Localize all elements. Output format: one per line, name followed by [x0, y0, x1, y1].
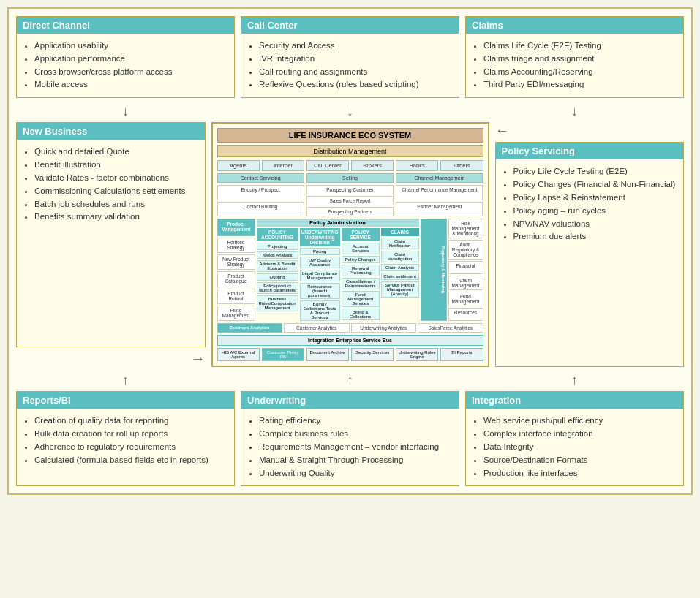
channel-mgmt: Channel Management: [396, 173, 483, 183]
diagram-main-title: LIFE INSURANCE ECO SYSTEM: [217, 128, 483, 143]
call-center-title: Call Center: [241, 17, 459, 34]
bottom-row: Reports/BI Creation of quality data for …: [16, 391, 684, 486]
pa-col-header-4: CLAIMS: [381, 228, 419, 236]
list-item: Cross browser/cross platform access: [34, 66, 227, 79]
list-item: Production like interfaces: [483, 467, 676, 480]
reports-bi-box: Reports/BI Creation of quality data for …: [16, 391, 235, 486]
arrow-down-3: ↓: [465, 104, 684, 119]
selling-sub: Prospecting Customer Sales Force Report …: [306, 185, 394, 216]
channel-internet: Internet: [262, 160, 304, 171]
list-item: Application performance: [34, 53, 227, 66]
arrow-up-3: ↑: [465, 373, 684, 388]
channel-sub: Channel Performance Management Partner M…: [396, 185, 483, 216]
middle-row: New Business Quick and detailed Quote Be…: [16, 122, 684, 367]
channel-others: Others: [440, 160, 483, 171]
new-business-list: Quick and detailed Quote Benefit illustr…: [24, 145, 197, 224]
pa-col-header-2: UNDERWRITING Underwriting Decision: [300, 228, 340, 246]
call-center-list: Security and Access IVR integration Call…: [249, 39, 451, 91]
pa-col3-item4: Cancellations / Reinstatements: [342, 278, 380, 289]
underwriting-title: Underwriting: [241, 392, 459, 409]
list-item: Claims Accounting/Reserving: [483, 66, 676, 79]
list-item: Quick and detailed Quote: [34, 145, 197, 159]
product-mgmt-col: Product Management Portfolio Strategy Ne…: [217, 219, 255, 321]
claims-box: Claims Claims Life Cycle (E2E) Testing C…: [465, 16, 684, 98]
integration-box: Integration Web service push/pull effici…: [465, 391, 684, 486]
list-item: Mobile access: [34, 78, 227, 91]
list-item: Bulk data creation for roll up reports: [34, 428, 227, 441]
pa-col2-item2: UW Quality Assurance: [300, 257, 340, 268]
dist-mgmt-label: Distribution Management: [217, 145, 483, 157]
list-item: Web service push/pull efficiency: [483, 415, 676, 428]
pa-col2-item3: Legal Compliance Management: [300, 270, 340, 281]
selling-sub-2: Sales Force Report: [306, 196, 394, 205]
list-item: Commissioning Calculations settlements: [34, 185, 197, 198]
integration-title: Integration: [466, 392, 683, 409]
pa-col-header-3: POLICY SERVICE: [342, 228, 380, 241]
arrow-left-icon: ←: [495, 122, 510, 139]
pa-col1-item4: Quoting: [257, 273, 298, 281]
claims-list: Claims Life Cycle (E2E) Testing Claims t…: [473, 39, 676, 91]
prod-item-2: New Product Strategy: [217, 254, 255, 270]
pa-col-4: CLAIMS Claim Notification Claim Investig…: [381, 228, 419, 321]
bottom-items-row: HIS A/C External Agents Customer Policy …: [217, 348, 483, 361]
bottom-item-3: Document Archive: [306, 348, 349, 361]
pa-col4-item1: Claim Notification: [381, 238, 419, 249]
center-diagram: LIFE INSURANCE ECO SYSTEM Distribution M…: [211, 122, 489, 367]
pa-cols: POLICY ACCOUNTING Projecting Needs Analy…: [257, 228, 419, 321]
list-item: Claims triage and assignment: [483, 53, 676, 66]
bottom-item-4: Security Services: [351, 348, 394, 361]
policy-servicing-area: ← Policy Servicing Policy Life Cycle Tes…: [495, 122, 685, 367]
policy-servicing-list: Policy Life Cycle Testing (E2E) Policy C…: [503, 165, 677, 243]
channel-banks: Banks: [396, 160, 438, 171]
list-item: Benefits summary validation: [34, 211, 197, 224]
contact-sub-2: Contact Routing: [217, 202, 304, 217]
prod-item-5: Filing Management: [217, 306, 255, 321]
sub-items-row: Enquiry / Prospect Contact Routing Prosp…: [217, 185, 483, 216]
analytics-item-2: Underwriting Analytics: [351, 323, 417, 333]
list-item: Validate Rates - factor combinations: [34, 172, 197, 185]
bottom-arrows: ↑ ↑ ↑: [16, 373, 684, 388]
contact-servicing: Contact Servicing: [217, 173, 304, 183]
pa-col4-item4: Claim settlement: [381, 273, 419, 280]
pa-col2-item4: Reinsurance (benefit parameters): [300, 283, 340, 299]
arrow-right-icon: →: [191, 350, 206, 367]
integration-bus: Integration Enterprise Service Bus: [217, 335, 483, 346]
pa-col4-item5: Service Payout Management (Annuity): [381, 281, 419, 298]
pa-col3-item2: Policy Changes: [342, 256, 380, 263]
pa-col-3: POLICY SERVICE Account Services Policy C…: [342, 228, 380, 321]
list-item: Call routing and assignments: [259, 66, 451, 79]
list-item: Manual & Straight Through Processing: [259, 454, 451, 467]
reg-item-2: Audit, Regulatory & Compliance: [448, 240, 483, 260]
channel-sub-2: Partner Management: [396, 202, 483, 217]
list-item: Policy aging – run cycles: [513, 205, 677, 218]
list-item: Creation of quality data for reporting: [34, 415, 227, 428]
diagram-box: LIFE INSURANCE ECO SYSTEM Distribution M…: [211, 122, 489, 367]
list-item: Policy Changes (Financial & Non-Financia…: [513, 178, 677, 192]
list-item: Underwriting Quality: [259, 467, 451, 480]
channel-callcenter: Call Center: [306, 160, 349, 171]
prod-item-1: Portfolio Strategy: [217, 238, 255, 253]
regulatory-col: Regulatory & Monitoring: [421, 219, 447, 321]
analytics-item-1: Customer Analytics: [284, 323, 350, 333]
pa-col3-item1: Account Services: [342, 243, 380, 254]
list-item: Application usability: [34, 39, 227, 53]
list-item: Claims Life Cycle (E2E) Testing: [483, 39, 676, 53]
pa-col-1: POLICY ACCOUNTING Projecting Needs Analy…: [257, 228, 298, 321]
reports-bi-list: Creation of quality data for reporting B…: [24, 415, 227, 466]
direct-channel-list: Application usability Application perfor…: [24, 39, 227, 91]
reg-item-6: Resources: [448, 308, 483, 321]
channel-brokers: Brokers: [351, 160, 394, 171]
new-business-area: New Business Quick and detailed Quote Be…: [16, 122, 206, 367]
prod-item-4: Product Rollout: [217, 289, 255, 304]
policy-servicing-box: Policy Servicing Policy Life Cycle Testi…: [495, 142, 685, 367]
arrow-down-1: ↓: [16, 104, 235, 119]
bottom-item-2: Customer Policy DB: [262, 348, 304, 361]
list-item: IVR integration: [259, 53, 451, 66]
channel-row: Agents Internet Call Center Brokers Bank…: [217, 160, 483, 171]
top-arrows: ↓ ↓ ↓: [16, 104, 684, 119]
list-item: Rating efficiency: [259, 415, 451, 428]
arrow-up-2: ↑: [241, 373, 459, 388]
policy-admin-cols: Policy Administration POLICY ACCOUNTING …: [257, 219, 419, 321]
pa-col1-item6: Business Rules/Computation Management: [257, 295, 298, 311]
product-mgmt-label: Product Management: [217, 219, 255, 235]
